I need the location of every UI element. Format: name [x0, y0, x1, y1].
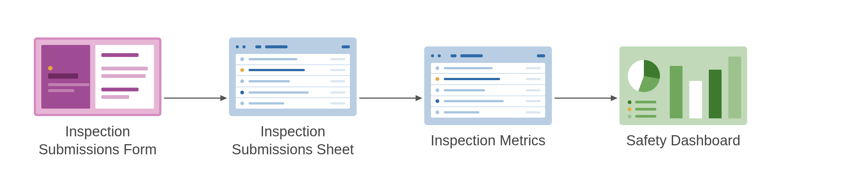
- node-label: Safety Dashboard: [626, 132, 740, 150]
- node-label: Inspection Submissions Sheet: [232, 123, 354, 158]
- svg-marker-1: [220, 95, 227, 101]
- dashboard-icon: [619, 46, 747, 125]
- workflow-diagram: Inspection Submissions Form: [34, 37, 747, 158]
- node-inspection-submissions-form: Inspection Submissions Form: [34, 37, 161, 158]
- spreadsheet-icon: [424, 46, 552, 125]
- form-detail-pane: [95, 45, 154, 109]
- svg-marker-5: [611, 95, 618, 101]
- bar-chart-icon: [670, 55, 741, 118]
- node-safety-dashboard: Safety Dashboard: [619, 46, 747, 150]
- svg-marker-3: [416, 95, 422, 101]
- node-label: Inspection Metrics: [431, 132, 546, 150]
- arrow-icon: [161, 59, 229, 137]
- pie-chart-icon: [628, 60, 660, 92]
- node-label: Inspection Submissions Form: [39, 123, 157, 158]
- node-inspection-submissions-sheet: Inspection Submissions Sheet: [229, 37, 357, 158]
- node-inspection-metrics: Inspection Metrics: [424, 46, 552, 150]
- arrow-icon: [357, 59, 424, 137]
- form-icon: [34, 37, 161, 116]
- legend-icon: [628, 100, 660, 118]
- form-preview-pane: [41, 45, 90, 109]
- arrow-icon: [552, 59, 619, 137]
- spreadsheet-icon: [229, 37, 357, 116]
